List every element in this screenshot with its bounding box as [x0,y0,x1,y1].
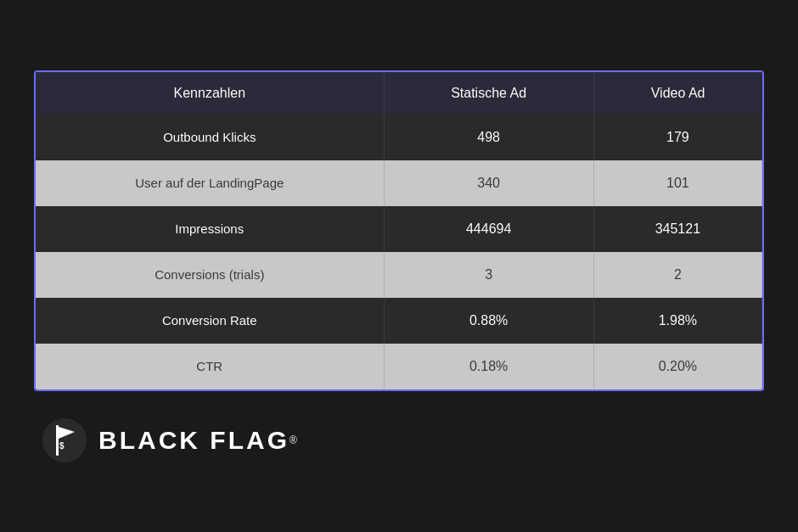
blackflag-logo-icon: $ [42,418,87,462]
video-value: 0.20% [593,344,761,389]
table-row: CTR 0.18% 0.20% [36,344,762,389]
svg-text:$: $ [59,441,65,451]
svg-rect-1 [56,425,59,456]
table-row: Outbound Klicks 498 179 [36,115,762,160]
statische-value: 444694 [384,206,593,252]
statische-value: 498 [384,115,593,160]
logo-area: $ BLACK FLAG® [34,418,297,462]
table-row: Conversion Rate 0.88% 1.98% [36,298,762,344]
statische-value: 0.88% [384,298,593,344]
video-value: 101 [593,160,761,206]
table-header-row: Kennzahlen Statische Ad Video Ad [36,72,762,115]
metric-label: Conversion Rate [36,298,384,344]
video-value: 1.98% [593,298,761,344]
header-statische-ad: Statische Ad [384,72,593,115]
video-value: 179 [593,115,761,160]
metric-label: Outbound Klicks [36,115,384,160]
statische-value: 0.18% [384,344,593,389]
header-video-ad: Video Ad [593,72,761,115]
statische-value: 340 [384,160,593,206]
metric-label: CTR [36,344,384,389]
metric-label: Conversions (trials) [36,252,384,298]
main-container: Kennzahlen Statische Ad Video Ad Outboun… [34,70,764,462]
metrics-table: Kennzahlen Statische Ad Video Ad Outboun… [36,72,762,389]
data-table-wrapper: Kennzahlen Statische Ad Video Ad Outboun… [34,70,764,391]
video-value: 345121 [593,206,761,252]
metric-label: Impressions [36,206,384,252]
svg-point-0 [42,418,87,462]
logo-text: BLACK FLAG® [98,426,297,455]
table-row: Impressions 444694 345121 [36,206,762,252]
header-kennzahlen: Kennzahlen [36,72,384,115]
metric-label: User auf der LandingPage [36,160,384,206]
video-value: 2 [593,252,761,298]
table-row: Conversions (trials) 3 2 [36,252,762,298]
statische-value: 3 [384,252,593,298]
table-row: User auf der LandingPage 340 101 [36,160,762,206]
